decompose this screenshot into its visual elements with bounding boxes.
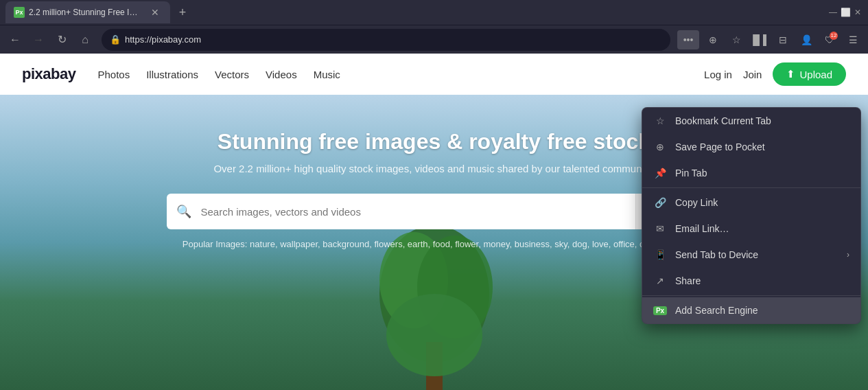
forward-button[interactable]: → (29, 30, 48, 49)
add-search-engine-icon: Px (653, 303, 667, 317)
address-input[interactable] (125, 34, 662, 45)
nav-videos[interactable]: Videos (266, 69, 297, 80)
menu-item-email-link[interactable]: ✉ Email Link… (642, 216, 860, 242)
toolbar-right: ••• ⊕ ☆ ▐▌▌ ⊟ 👤 🛡 12 ☰ (677, 30, 863, 49)
hero-title: Stunning free images & royalty free stoc… (218, 129, 650, 154)
back-button[interactable]: ← (5, 30, 25, 49)
security-icon: 🔒 (110, 34, 121, 45)
site-nav: Photos Illustrations Vectors Videos Musi… (97, 69, 340, 80)
header-right: Log in Join ⬆ Upload (704, 62, 846, 86)
login-link[interactable]: Log in (704, 69, 732, 80)
account-button[interactable]: 👤 (797, 30, 816, 49)
more-button[interactable]: ••• (677, 30, 699, 49)
pocket-menu-icon: ⊕ (653, 140, 667, 154)
upload-button[interactable]: ⬆ Upload (773, 62, 846, 86)
tab-favicon: Px (14, 7, 25, 18)
reader-view-button[interactable]: ⊟ (773, 30, 793, 49)
addon-button[interactable]: 🛡 12 (820, 30, 839, 49)
pin-icon: 📌 (653, 166, 667, 180)
minimize-button[interactable]: — (828, 8, 838, 17)
account-icon: 👤 (801, 34, 812, 45)
browser-tab[interactable]: Px 2.2 million+ Stunning Free Ima... ✕ (5, 1, 170, 23)
nav-illustrations[interactable]: Illustrations (146, 69, 198, 80)
new-tab-button[interactable]: + (173, 3, 192, 22)
addon-badge: 12 (830, 32, 838, 40)
pocket-icon: ⊕ (709, 34, 717, 45)
pocket-button[interactable]: ⊕ (703, 30, 723, 49)
share-icon: ↗ (653, 274, 667, 288)
reader-icon: ⊟ (779, 34, 787, 45)
extensions-button[interactable]: ▐▌▌ (750, 30, 769, 49)
menu-item-send-tab[interactable]: 📱 Send Tab to Device › (642, 242, 860, 268)
home-button[interactable]: ⌂ (75, 30, 95, 49)
search-icon: 🔍 (167, 204, 201, 219)
nav-vectors[interactable]: Vectors (215, 69, 249, 80)
hamburger-icon: ☰ (849, 34, 858, 45)
star-icon: ☆ (732, 34, 741, 45)
site-header: pixabay Photos Illustrations Vectors Vid… (0, 54, 868, 95)
nav-music[interactable]: Music (314, 69, 340, 80)
nav-photos[interactable]: Photos (97, 69, 130, 80)
close-window-button[interactable]: ✕ (853, 8, 863, 17)
upload-icon: ⬆ (786, 68, 795, 80)
search-input[interactable] (201, 206, 636, 218)
menu-item-bookmark[interactable]: ☆ Bookmark Current Tab (642, 108, 860, 134)
link-icon: 🔗 (653, 196, 667, 209)
menu-item-copy-link[interactable]: 🔗 Copy Link (642, 190, 860, 216)
email-icon: ✉ (653, 222, 667, 236)
bookmark-star-button[interactable]: ☆ (727, 30, 746, 49)
window-controls: — ⬜ ✕ (828, 8, 863, 17)
device-icon: 📱 (653, 248, 667, 262)
maximize-button[interactable]: ⬜ (841, 8, 850, 17)
site-logo[interactable]: pixabay (22, 65, 75, 83)
page-content: pixabay Photos Illustrations Vectors Vid… (0, 54, 868, 390)
address-bar-container: 🔒 (102, 29, 670, 51)
submenu-arrow-icon: › (847, 250, 849, 260)
tab-close-button[interactable]: ✕ (148, 5, 162, 19)
extensions-icon: ▐▌▌ (749, 34, 770, 45)
menu-item-share[interactable]: ↗ Share (642, 268, 860, 294)
menu-divider-2 (642, 295, 860, 296)
tab-title: 2.2 million+ Stunning Free Ima... (29, 8, 144, 17)
join-link[interactable]: Join (743, 69, 762, 80)
svg-point-4 (386, 294, 482, 376)
bookmark-icon: ☆ (653, 114, 667, 128)
search-bar: 🔍 Images ▾ (167, 194, 702, 229)
refresh-button[interactable]: ↻ (52, 30, 71, 49)
context-menu: ☆ Bookmark Current Tab ⊕ Save Page to Po… (642, 107, 861, 324)
popular-tags: Popular Images: nature, wallpaper, backg… (183, 239, 685, 249)
browser-toolbar: ← → ↻ ⌂ 🔒 ••• ⊕ ☆ ▐▌▌ ⊟ 👤 (0, 25, 868, 54)
menu-item-pin[interactable]: 📌 Pin Tab (642, 160, 860, 186)
title-bar: Px 2.2 million+ Stunning Free Ima... ✕ +… (0, 0, 868, 25)
menu-item-pocket[interactable]: ⊕ Save Page to Pocket (642, 134, 860, 160)
hero-subtitle: Over 2.2 million+ high quality stock ima… (213, 163, 654, 174)
hamburger-menu-button[interactable]: ☰ (843, 30, 863, 49)
menu-item-add-search[interactable]: Px Add Search Engine (642, 297, 860, 323)
menu-divider-1 (642, 187, 860, 188)
